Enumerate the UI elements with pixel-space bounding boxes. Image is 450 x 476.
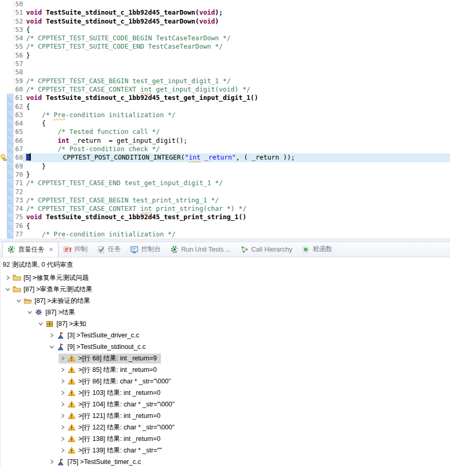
code-text[interactable]: void TestSuite_stdinout_c_1bb92d45_test_… <box>23 213 450 221</box>
chevron-down-icon[interactable] <box>37 320 44 328</box>
code-line[interactable]: 75void TestSuite_stdinout_c_1bb92d45_tes… <box>0 213 450 221</box>
code-text[interactable] <box>23 68 450 76</box>
chevron-right-icon[interactable] <box>59 424 66 432</box>
chevron-right-icon[interactable] <box>48 332 55 339</box>
code-text[interactable]: CPPTEST_POST_CONDITION_INTEGER("int _ret… <box>23 153 450 162</box>
code-text[interactable]: { <box>23 222 450 230</box>
code-line[interactable]: 69 } <box>0 162 450 171</box>
code-text[interactable]: { <box>23 103 450 111</box>
code-line[interactable]: 59/* CPPTEST_TEST_CASE_BEGIN test_get_in… <box>0 77 450 85</box>
code-line[interactable]: 51void TestSuite_stdinout_c_1bb92d45_tea… <box>0 8 450 17</box>
code-text[interactable]: /* CPPTEST_TEST_CASE_CONTEXT int get_inp… <box>23 85 450 94</box>
tree-row[interactable]: [75] >TestSuite_timer_c.c <box>1 456 450 468</box>
tab-tasks[interactable]: 任务 <box>92 242 125 257</box>
chevron-right-icon[interactable] <box>59 366 66 374</box>
chevron-right-icon[interactable] <box>59 378 66 386</box>
code-text[interactable]: { <box>23 119 450 128</box>
chevron-right-icon[interactable] <box>59 447 66 455</box>
code-line[interactable]: 68 CPPTEST_POST_CONDITION_INTEGER("int _… <box>0 153 450 162</box>
horizontal-scrollbar[interactable] <box>21 239 450 240</box>
chevron-right-icon[interactable] <box>59 412 66 420</box>
code-line[interactable]: 58 <box>0 68 450 76</box>
chevron-right-icon[interactable] <box>59 401 66 409</box>
code-text[interactable]: void TestSuite_stdinout_c_1bb92d45_tearD… <box>23 8 450 17</box>
code-line[interactable]: 52void TestSuite_stdinout_c_1bb92d45_tea… <box>0 17 450 26</box>
code-text[interactable]: /* CPPTEST_TEST_SUITE_CODE_END TestCaseT… <box>23 42 450 51</box>
code-text[interactable]: /* Pre-condition initialization */ <box>23 111 450 119</box>
code-text[interactable] <box>23 188 450 196</box>
tree-row[interactable]: >[行 139] 结果: char * _str="" <box>1 445 450 456</box>
tree-row[interactable]: [87] >审查单元测试结果 <box>1 284 450 295</box>
chevron-right-icon[interactable] <box>59 389 66 397</box>
tab-suppressions[interactable]: 抑制 <box>59 242 92 257</box>
code-text[interactable]: /* CPPTEST_TEST_CASE_CONTEXT int print_s… <box>23 205 450 213</box>
tab-console[interactable]: 控制台 <box>125 242 166 257</box>
code-line[interactable]: 74/* CPPTEST_TEST_CASE_CONTEXT int print… <box>0 205 450 213</box>
code-text[interactable]: /* Pre-condition initialization */ <box>23 230 450 239</box>
chevron-down-icon[interactable] <box>15 297 22 305</box>
code-text[interactable]: int _return = get_input_digit(); <box>23 137 450 145</box>
chevron-down-icon[interactable] <box>26 309 33 316</box>
code-line[interactable]: 62{ <box>0 103 450 111</box>
chevron-right-icon[interactable] <box>4 274 11 282</box>
tab-run-unit-tests[interactable]: Run Unit Tests ... <box>166 242 236 257</box>
code-line[interactable]: 65 /* Tested function call */ <box>0 128 450 136</box>
chevron-down-icon[interactable] <box>4 286 11 293</box>
code-line[interactable]: 53{ <box>0 26 450 34</box>
tree-row[interactable]: [5] >修复单元测试问题 <box>1 272 450 284</box>
code-text[interactable]: /* CPPTEST_TEST_SUITE_CODE_BEGIN TestCas… <box>23 34 450 42</box>
code-line[interactable]: 50 <box>0 0 450 8</box>
tree-row[interactable]: >[行 68] 结果: int _return=9 <box>1 353 450 364</box>
code-line[interactable]: 55/* CPPTEST_TEST_SUITE_CODE_END TestCas… <box>0 42 450 51</box>
code-line[interactable]: 70} <box>0 171 450 179</box>
tree-row[interactable]: [87] >结果 <box>1 307 450 318</box>
tree-row[interactable]: >[行 121] 结果: int _return=0 <box>1 410 450 422</box>
code-text[interactable]: { <box>23 26 450 34</box>
code-line[interactable]: 67 /* Post-condition check */ <box>0 145 450 153</box>
code-line[interactable]: 57 <box>0 60 450 68</box>
chevron-down-icon[interactable] <box>48 343 55 351</box>
code-text[interactable]: /* CPPTEST_TEST_CASE_BEGIN test_get_inpu… <box>23 77 450 85</box>
code-text[interactable]: /* Post-condition check */ <box>23 145 450 153</box>
tab-stub-functions[interactable]: 桩函数 <box>297 242 337 257</box>
tree-row[interactable]: >[行 138] 结果: int _return=0 <box>1 433 450 445</box>
close-tab-icon[interactable]: ✕ <box>49 246 53 253</box>
tree-row[interactable]: >[行 85] 结果: int _return=0 <box>1 364 450 376</box>
code-text[interactable]: /* CPPTEST_TEST_CASE_END test_get_input_… <box>23 179 450 187</box>
tree-row[interactable]: [87] >未知 <box>1 318 450 330</box>
tab-call-hierarchy[interactable]: Call Hierarchy <box>236 242 297 257</box>
tree-row[interactable]: >[行 103] 结果: int _return=0 <box>1 387 450 399</box>
chevron-right-icon[interactable] <box>59 355 66 362</box>
code-line[interactable]: 64 { <box>0 119 450 128</box>
code-line[interactable]: 76{ <box>0 222 450 230</box>
tree-row[interactable]: >[行 86] 结果: char * _str="\000" <box>1 376 450 387</box>
code-text[interactable] <box>23 60 450 68</box>
code-text[interactable] <box>23 0 450 8</box>
code-line[interactable]: 71/* CPPTEST_TEST_CASE_END test_get_inpu… <box>0 179 450 187</box>
code-line[interactable]: 77 /* Pre-condition initialization */ <box>0 230 450 239</box>
code-line[interactable]: 61void TestSuite_stdinout_c_1bb92d45_tes… <box>0 94 450 102</box>
code-text[interactable]: } <box>23 162 450 171</box>
tree-row[interactable]: [87] >未验证的结果 <box>1 295 450 307</box>
code-line[interactable]: 66 int _return = get_input_digit(); <box>0 137 450 145</box>
code-line[interactable]: 72 <box>0 188 450 196</box>
code-text[interactable]: } <box>23 171 450 179</box>
code-editor[interactable]: 5051void TestSuite_stdinout_c_1bb92d45_t… <box>0 0 450 240</box>
code-text[interactable]: void TestSuite_stdinout_c_1bb92d45_tearD… <box>23 17 450 26</box>
code-text[interactable]: /* CPPTEST_TEST_CASE_BEGIN test_print_st… <box>23 196 450 205</box>
code-line[interactable]: 60/* CPPTEST_TEST_CASE_CONTEXT int get_i… <box>0 85 450 94</box>
chevron-right-icon[interactable] <box>48 458 55 466</box>
code-text[interactable]: /* Tested function call */ <box>23 128 450 136</box>
code-line[interactable]: 54/* CPPTEST_TEST_SUITE_CODE_BEGIN TestC… <box>0 34 450 42</box>
code-text[interactable]: void TestSuite_stdinout_c_1bb92d45_test_… <box>23 94 450 102</box>
code-line[interactable]: 73/* CPPTEST_TEST_CASE_BEGIN test_print_… <box>0 196 450 205</box>
tree-row[interactable]: [9] >TestSuite_stdinout_c.c <box>1 341 450 353</box>
code-text[interactable]: } <box>23 51 450 60</box>
code-line[interactable]: 63 /* Pre-condition initialization */ <box>0 111 450 119</box>
code-line[interactable]: 56} <box>0 51 450 60</box>
tree-row[interactable]: >[行 122] 结果: char * _str="\000" <box>1 422 450 433</box>
tree-row[interactable]: [3] >TestSuite_driver_c.c <box>1 330 450 341</box>
tree-row[interactable]: >[行 104] 结果: char * _str="\000" <box>1 399 450 410</box>
chevron-right-icon[interactable] <box>59 435 66 443</box>
tab-quality-tasks[interactable]: 质量任务✕ <box>2 242 59 257</box>
